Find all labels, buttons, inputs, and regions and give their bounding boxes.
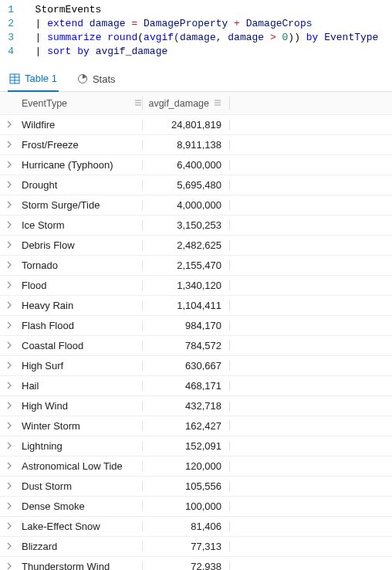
row-expander[interactable] (0, 340, 19, 351)
col-divider[interactable] (229, 240, 230, 250)
col-divider[interactable] (229, 341, 230, 351)
col-divider[interactable] (229, 381, 230, 391)
row-expander[interactable] (0, 119, 19, 131)
cell-eventtype: Flood (19, 280, 142, 291)
cell-eventtype: Astronomical Low Tide (19, 460, 142, 472)
row-expander[interactable] (0, 541, 19, 552)
col-divider[interactable] (229, 562, 230, 570)
table-row[interactable]: Heavy Rain1,104,411 (0, 296, 392, 316)
col-divider[interactable] (229, 220, 230, 230)
table-row[interactable]: Blizzard77,313 (0, 537, 392, 557)
col-divider[interactable] (229, 140, 230, 150)
row-expander[interactable] (0, 300, 19, 311)
table-row[interactable]: Storm Surge/Tide4,000,000 (0, 195, 392, 215)
col-divider[interactable] (229, 300, 230, 310)
col-divider[interactable] (229, 120, 230, 130)
table-row[interactable]: Ice Storm3,150,253 (0, 215, 392, 236)
col-divider[interactable] (229, 180, 230, 190)
code-content[interactable]: | sort by avgif_damage (23, 45, 167, 59)
col-divider[interactable] (229, 321, 230, 331)
row-expander[interactable] (0, 500, 19, 512)
cell-damage: 784,572 (143, 340, 229, 351)
table-row[interactable]: Flood1,340,120 (0, 276, 392, 296)
cell-damage: 3,150,253 (143, 219, 229, 231)
col-menu-icon[interactable] (214, 98, 221, 109)
table-row[interactable]: Lightning152,091 (0, 436, 392, 456)
row-expander[interactable] (0, 179, 19, 191)
row-expander[interactable] (0, 260, 19, 271)
cell-damage: 105,556 (143, 480, 229, 492)
col-divider[interactable] (229, 361, 230, 371)
row-expander[interactable] (0, 420, 19, 432)
row-expander[interactable] (0, 380, 19, 392)
cell-eventtype: Heavy Rain (19, 300, 142, 311)
table-row[interactable]: Lake-Effect Snow81,406 (0, 517, 392, 537)
row-expander[interactable] (0, 521, 19, 532)
tab-stats[interactable]: Stats (76, 70, 117, 91)
col-header-damage[interactable]: avgif_damage (143, 98, 229, 109)
table-row[interactable]: High Surf630,667 (0, 356, 392, 376)
row-expander[interactable] (0, 460, 19, 472)
code-content[interactable]: StormEvents (23, 3, 101, 17)
col-divider[interactable] (229, 481, 230, 491)
table-row[interactable]: Hurricane (Typhoon)6,400,000 (0, 155, 392, 175)
table-row[interactable]: Thunderstorm Wind72,938 (0, 557, 392, 570)
table-row[interactable]: Flash Flood984,170 (0, 316, 392, 336)
cell-eventtype: Debris Flow (19, 239, 142, 251)
row-expander[interactable] (0, 400, 19, 412)
row-expander[interactable] (0, 561, 19, 570)
row-expander[interactable] (0, 320, 19, 331)
row-expander[interactable] (0, 280, 19, 291)
cell-damage: 100,000 (143, 500, 229, 512)
col-divider[interactable] (229, 441, 230, 451)
table-row[interactable]: Winter Storm162,427 (0, 416, 392, 436)
code-content[interactable]: | summarize round(avgif(damage, damage >… (23, 31, 378, 45)
table-row[interactable]: Frost/Freeze8,911,138 (0, 135, 392, 155)
tab-table[interactable]: Table 1 (8, 70, 59, 92)
col-divider[interactable] (229, 280, 230, 290)
table-row[interactable]: Dust Storm105,556 (0, 477, 392, 497)
row-expander[interactable] (0, 360, 19, 372)
cell-damage: 1,104,411 (143, 300, 229, 311)
row-expander[interactable] (0, 440, 19, 452)
cell-damage: 152,091 (143, 440, 229, 452)
code-line[interactable]: 3 | summarize round(avgif(damage, damage… (0, 31, 392, 45)
table-row[interactable]: Astronomical Low Tide120,000 (0, 456, 392, 477)
table-row[interactable]: Coastal Flood784,572 (0, 336, 392, 356)
row-expander[interactable] (0, 239, 19, 251)
row-expander[interactable] (0, 219, 19, 231)
code-line[interactable]: 2 | extend damage = DamageProperty + Dam… (0, 17, 392, 31)
table-row[interactable]: High Wind432,718 (0, 396, 392, 416)
cell-damage: 5,695,480 (143, 179, 229, 191)
table-row[interactable]: Tornado2,155,470 (0, 256, 392, 276)
table-row[interactable]: Wildfire24,801,819 (0, 115, 392, 135)
col-divider[interactable] (229, 501, 230, 511)
table-row[interactable]: Debris Flow2,482,625 (0, 236, 392, 256)
col-divider[interactable] (229, 401, 230, 411)
table-row[interactable]: Drought5,695,480 (0, 175, 392, 195)
cell-eventtype: Hurricane (Typhoon) (19, 159, 142, 171)
col-divider[interactable] (229, 260, 230, 270)
row-expander[interactable] (0, 480, 19, 492)
cell-eventtype: Lightning (19, 440, 142, 452)
cell-damage: 432,718 (143, 400, 229, 412)
code-content[interactable]: | extend damage = DamageProperty + Damag… (23, 17, 313, 31)
row-expander[interactable] (0, 139, 19, 151)
col-divider[interactable] (229, 521, 230, 531)
code-line[interactable]: 4 | sort by avgif_damage (0, 45, 392, 59)
table-row[interactable]: Hail468,171 (0, 376, 392, 396)
col-divider[interactable] (229, 200, 230, 210)
col-divider[interactable] (229, 160, 230, 170)
col-divider[interactable] (229, 97, 230, 110)
code-line[interactable]: 1 StormEvents (0, 3, 392, 17)
col-menu-icon[interactable] (134, 98, 142, 109)
table-row[interactable]: Dense Smoke100,000 (0, 497, 392, 517)
row-expander[interactable] (0, 199, 19, 211)
col-divider[interactable] (229, 461, 230, 471)
cell-eventtype: Tornado (19, 260, 142, 271)
query-editor[interactable]: 1 StormEvents2 | extend damage = DamageP… (0, 0, 392, 63)
col-header-eventtype[interactable]: EventType (19, 98, 142, 109)
col-divider[interactable] (229, 541, 230, 551)
row-expander[interactable] (0, 159, 19, 171)
col-divider[interactable] (229, 421, 230, 431)
